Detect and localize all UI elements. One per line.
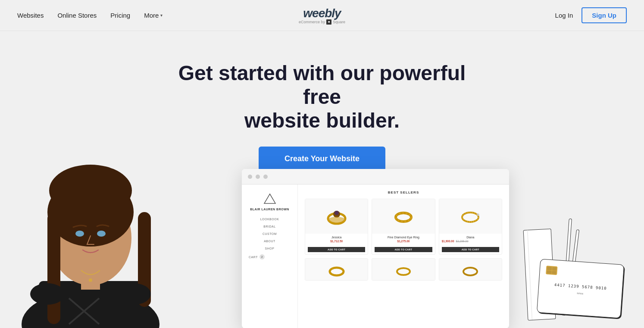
browser-bar bbox=[242, 169, 509, 184]
product-image-6 bbox=[439, 259, 502, 280]
card-chip bbox=[546, 266, 557, 275]
product-card-4 bbox=[305, 258, 368, 281]
cart-badge: 2 bbox=[259, 254, 265, 259]
svg-point-23 bbox=[330, 268, 344, 275]
browser-main: BEST SELLERS bbox=[298, 184, 509, 328]
nav-cart: CART 2 bbox=[249, 254, 291, 259]
hero-title: Get started with our powerful free websi… bbox=[167, 61, 477, 133]
nav-more[interactable]: More ▾ bbox=[144, 12, 163, 19]
logo-subtitle: eCommerce by ■ Square bbox=[299, 19, 345, 25]
sidebar-nav: LOOKBOOK BRIDAL CUSTOM ABOUT SHOP CART 2 bbox=[249, 218, 291, 259]
svg-point-11 bbox=[30, 283, 65, 305]
products-grid: Jessica $1,712.50 ADD TO CART bbox=[305, 199, 502, 255]
svg-point-9 bbox=[97, 231, 106, 237]
svg-point-17 bbox=[328, 217, 345, 223]
product-image-4 bbox=[305, 259, 368, 280]
create-website-button[interactable]: Create Your Website bbox=[259, 147, 385, 171]
svg-point-7 bbox=[49, 165, 132, 216]
nav-custom: CUSTOM bbox=[249, 232, 291, 235]
nav-pricing[interactable]: Pricing bbox=[110, 12, 130, 19]
login-link[interactable]: Log In bbox=[555, 12, 573, 19]
product-price-3: $1,900.00 bbox=[442, 240, 454, 243]
best-sellers-label: BEST SELLERS bbox=[305, 191, 502, 194]
svg-point-22 bbox=[477, 213, 479, 216]
header: Websites Online Stores Pricing More ▾ we… bbox=[0, 0, 644, 31]
product-image-1 bbox=[305, 199, 368, 234]
browser-mockup: BLAIR LAUREN BROWN LOOKBOOK BRIDAL CUSTO… bbox=[242, 169, 509, 328]
browser-dot-1 bbox=[248, 175, 252, 179]
svg-point-8 bbox=[75, 231, 84, 237]
svg-rect-5 bbox=[47, 212, 60, 324]
logo[interactable]: weebly eCommerce by ■ Square bbox=[299, 6, 345, 25]
nav-right: Log In Sign Up bbox=[555, 7, 627, 23]
product-card-3: Diana $1,900.00 $2,299.00 ADD TO CART bbox=[439, 199, 502, 255]
product-price-2: $1,275.00 bbox=[375, 240, 432, 243]
nav-about: ABOUT bbox=[249, 240, 291, 243]
product-card-5 bbox=[372, 258, 435, 281]
product-price-1: $1,712.50 bbox=[308, 240, 365, 243]
signup-button[interactable]: Sign Up bbox=[581, 7, 627, 23]
browser-sidebar: BLAIR LAUREN BROWN LOOKBOOK BRIDAL CUSTO… bbox=[242, 184, 298, 328]
product-card-1: Jessica $1,712.50 ADD TO CART bbox=[305, 199, 368, 255]
browser-dot-3 bbox=[263, 175, 268, 179]
browser-dot-2 bbox=[256, 175, 260, 179]
product-name-3: Diana bbox=[442, 236, 499, 239]
svg-point-24 bbox=[397, 268, 410, 275]
product-name-1: Jessica bbox=[308, 236, 365, 239]
brand-name: BLAIR LAUREN BROWN bbox=[250, 208, 289, 211]
svg-marker-13 bbox=[264, 194, 275, 203]
product-card-6 bbox=[439, 258, 502, 281]
product-name-2: Fine Diamond Eye Ring bbox=[375, 236, 432, 239]
nav-left: Websites Online Stores Pricing More ▾ bbox=[17, 12, 163, 19]
person-photo bbox=[13, 143, 168, 328]
nav-websites[interactable]: Websites bbox=[17, 12, 44, 19]
svg-point-10 bbox=[89, 278, 92, 282]
logo-text: weebly bbox=[299, 6, 345, 20]
chevron-down-icon: ▾ bbox=[160, 13, 163, 18]
product-image-5 bbox=[372, 259, 435, 280]
add-to-cart-3[interactable]: ADD TO CART bbox=[442, 247, 499, 252]
svg-point-25 bbox=[463, 268, 477, 275]
hero-section: Get started with our powerful free websi… bbox=[0, 31, 644, 328]
add-to-cart-2[interactable]: ADD TO CART bbox=[375, 247, 432, 252]
product-image-3 bbox=[439, 199, 502, 234]
add-to-cart-1[interactable]: ADD TO CART bbox=[308, 247, 365, 252]
nav-bridal: BRIDAL bbox=[249, 225, 291, 228]
nav-shop: SHOP bbox=[249, 247, 291, 250]
square-icon: ■ bbox=[326, 19, 331, 25]
svg-point-16 bbox=[335, 211, 339, 215]
product-price-old-3: $2,299.00 bbox=[456, 240, 469, 243]
nav-lookbook: LOOKBOOK bbox=[249, 218, 291, 221]
deco-credit-card: 4417 1239 5678 9010 ≈≈≈ bbox=[537, 259, 624, 318]
nav-online-stores[interactable]: Online Stores bbox=[57, 12, 97, 19]
product-card-2: Fine Diamond Eye Ring $1,275.00 ADD TO C… bbox=[372, 199, 435, 255]
product-image-2 bbox=[372, 199, 435, 234]
svg-point-12 bbox=[116, 283, 151, 305]
brand-logo-icon bbox=[263, 193, 276, 204]
